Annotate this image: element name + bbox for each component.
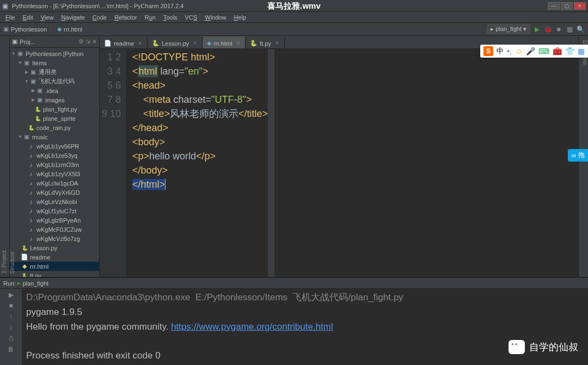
menu-window[interactable]: Window (201, 13, 229, 22)
ime-skin-icon[interactable]: 👕 (565, 47, 574, 55)
menu-tools[interactable]: Tools (160, 13, 181, 22)
tree-file[interactable]: ♪wKgLb1zmO3m (10, 160, 99, 169)
tree-folder[interactable]: ▶▣images (10, 95, 99, 104)
menu-code[interactable]: Code (89, 13, 110, 22)
main-area: 1: Project Structure ▣ Proj... ⚙ ⇲ ✕ ▼▣P… (0, 36, 588, 277)
trash-button[interactable]: 🗑 (8, 345, 14, 353)
menu-vcs[interactable]: VCS (182, 13, 201, 22)
tree-folder-fighter[interactable]: ▼▣飞机大战代码 (10, 77, 99, 86)
ime-logo-icon: S (483, 46, 493, 56)
ime-mic-icon[interactable]: 🎤 (526, 47, 535, 55)
run-toolbar: ▶ ■ ↑ ↓ ⎙ 🗑 (0, 289, 22, 365)
tree-items[interactable]: ▼▣Items (10, 58, 99, 67)
code-content[interactable]: <!DOCTYPE html> <html lang="en"> <head> … (127, 49, 268, 277)
coverage-button[interactable]: ▦ (565, 25, 574, 34)
close-tab-icon[interactable]: × (193, 40, 197, 46)
tree-file[interactable]: ♪wKgLb1yv56PR (10, 141, 99, 151)
ime-keyboard-icon[interactable]: ⌨ (538, 47, 549, 55)
tree-file-html-selected[interactable]: ◆rrr.html (10, 262, 99, 271)
navigation-bar: ▣ Pythonlesson 〉 ◆ rrr.html ▸ plan_fight… (0, 23, 588, 36)
tree-file-py[interactable]: 🐍tt.py (10, 271, 99, 277)
editor-area: 📄 readme× 🐍 Lesson.py× ◆ rrr.html× 🐍 tt.… (100, 36, 578, 277)
tab-lesson[interactable]: 🐍 Lesson.py× (148, 36, 203, 48)
up-button[interactable]: ↑ (9, 313, 13, 320)
tree-root[interactable]: ▼▣Pythonlesson [Python (10, 49, 99, 58)
ime-menu-icon[interactable]: ▦ (578, 47, 585, 55)
project-panel-header: ▣ Proj... ⚙ ⇲ ✕ (10, 36, 99, 48)
tree-file-txt[interactable]: 📄readme (10, 252, 99, 262)
ime-toolbox-icon[interactable]: 🧰 (553, 47, 562, 55)
cloud-overlay-badge[interactable]: ∞拖 (568, 149, 588, 162)
code-editor[interactable]: 1 2 3 4 5 6 7 8 9 10 <!DOCTYPE html> <ht… (100, 49, 578, 277)
ime-emoji-icon[interactable]: ☺ (515, 47, 523, 55)
tree-file[interactable]: ♪wKgLeVzNkobi (10, 197, 99, 206)
down-button[interactable]: ↓ (9, 324, 13, 331)
print-button[interactable]: ⎙ (9, 335, 13, 342)
run-panel: Run: ▸ plan_fight ▶ ■ ↑ ↓ ⎙ 🗑 D:\Program… (0, 277, 588, 365)
menu-navigate[interactable]: Navigate (58, 13, 88, 22)
ime-toolbar[interactable]: S 中 •, ☺ 🎤 ⌨ 🧰 👕 ▦ (480, 45, 588, 58)
tree-file-py[interactable]: 🐍plane_sprite (10, 114, 99, 123)
stop-button[interactable]: ■ (554, 25, 563, 34)
menu-edit[interactable]: Edit (20, 13, 36, 22)
close-tab-icon[interactable]: × (138, 40, 142, 46)
stop-run-button[interactable]: ■ (9, 302, 13, 310)
tree-file[interactable]: ♪wKgLclw1gcDA (10, 178, 99, 188)
menu-file[interactable]: File (2, 13, 19, 22)
tree-music[interactable]: ▼▣music (10, 132, 99, 141)
left-tool-strip: 1: Project Structure (0, 36, 10, 277)
console-link[interactable]: https://www.pygame.org/contribute.html (171, 321, 333, 332)
menu-refactor[interactable]: Refactor (111, 13, 140, 22)
tree-folder[interactable]: ▶▣通用类 (10, 67, 99, 77)
ime-punct-icon[interactable]: •, (507, 47, 512, 55)
tree-file[interactable]: ♪wKgMcF0JCZuw (10, 225, 99, 234)
rerun-button[interactable]: ▶ (9, 291, 14, 299)
breadcrumb-root[interactable]: Pythonlesson (11, 26, 47, 33)
console-output[interactable]: D:\ProgramData\Anaconda3\python.exe E:/P… (22, 289, 588, 365)
tree-file[interactable]: ♪wKgLglzBPyeAn (10, 215, 99, 225)
menu-bar: File Edit View Navigate Code Refactor Ru… (0, 12, 588, 23)
project-panel: ▣ Proj... ⚙ ⇲ ✕ ▼▣Pythonlesson [Python ▼… (10, 36, 100, 277)
structure-tool-tab[interactable]: Structure (8, 39, 16, 277)
cloud-icon: ∞ (571, 152, 576, 159)
project-tree[interactable]: ▼▣Pythonlesson [Python ▼▣Items ▶▣通用类 ▼▣飞… (10, 48, 99, 277)
tree-file[interactable]: ♪wKgLb1zyVX5l3 (10, 169, 99, 178)
tree-file[interactable]: ♪wKgLb1ze53yq (10, 151, 99, 160)
close-tab-icon[interactable]: × (275, 40, 279, 46)
close-tab-icon[interactable]: × (236, 40, 240, 46)
window-controls: — ▢ ✕ (548, 2, 586, 10)
close-button[interactable]: ✕ (574, 2, 586, 10)
run-button[interactable]: ▶ (532, 25, 541, 34)
breadcrumb-file[interactable]: rrr.html (64, 26, 82, 33)
search-button[interactable]: 🔍 (576, 25, 585, 34)
video-overlay-title: 喜马拉雅.wmv (267, 1, 321, 11)
editor-scrollbar[interactable] (268, 49, 274, 277)
wechat-watermark: 自学的仙叔 (509, 340, 578, 354)
run-config-selector[interactable]: ▸ plan_fight ▾ (487, 24, 530, 34)
tree-file-py[interactable]: 🐍plan_fight.py (10, 104, 99, 114)
tree-file-py[interactable]: 🐍code_rain.py (10, 123, 99, 132)
project-tool-tab[interactable]: 1: Project (0, 39, 8, 277)
menu-run[interactable]: Run (142, 13, 159, 22)
tree-folder[interactable]: ▶▣.idea (10, 86, 99, 95)
wechat-icon (509, 340, 525, 354)
debug-button[interactable]: 🐞 (543, 25, 552, 34)
run-panel-header: Run: ▸ plan_fight (0, 278, 588, 289)
breadcrumb[interactable]: ▣ Pythonlesson 〉 ◆ rrr.html (3, 25, 82, 33)
wechat-name-label: 自学的仙叔 (529, 341, 578, 354)
menu-view[interactable]: View (38, 13, 57, 22)
tree-file[interactable]: ♪wKgLdVyXr6GD (10, 188, 99, 197)
tree-file-py[interactable]: 🐍Lesson.py (10, 243, 99, 252)
app-icon: ▣ (2, 2, 10, 10)
menu-help[interactable]: Help (230, 13, 249, 22)
tree-file[interactable]: ♪wKgLf1yluC7zt (10, 206, 99, 215)
tree-file[interactable]: ♪wKgMcVzBo7zg (10, 234, 99, 243)
tab-readme[interactable]: 📄 readme× (100, 36, 148, 48)
minimize-button[interactable]: — (548, 2, 560, 10)
tab-tt[interactable]: 🐍 tt.py× (246, 36, 285, 48)
maximize-button[interactable]: ▢ (561, 2, 573, 10)
panel-settings-icon[interactable]: ⚙ ⇲ ✕ (78, 38, 97, 45)
ime-lang-indicator[interactable]: 中 (497, 46, 504, 56)
tab-rrr-active[interactable]: ◆ rrr.html× (203, 36, 246, 48)
line-gutter: 1 2 3 4 5 6 7 8 9 10 (100, 49, 127, 277)
